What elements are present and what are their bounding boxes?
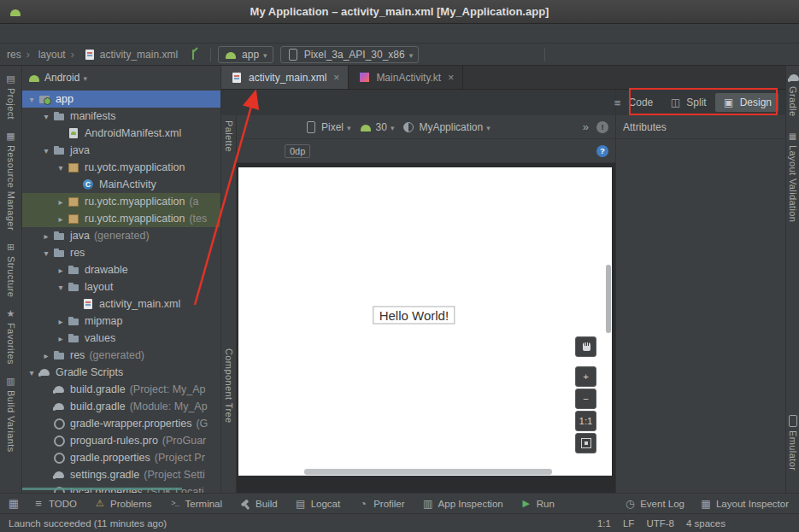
zoom-in-button[interactable]: + <box>575 366 596 387</box>
issues-icon[interactable]: ! <box>596 121 608 133</box>
mode-button[interactable]: Code <box>604 93 661 112</box>
design-canvas[interactable]: Hello World! + − 1:1 <box>237 163 615 493</box>
header-icon[interactable] <box>202 71 215 85</box>
action-icon[interactable] <box>524 48 538 61</box>
tool-window-tab[interactable]: App Inspection <box>422 498 503 510</box>
view-option-icon[interactable] <box>263 144 277 158</box>
tree-item[interactable]: values <box>22 330 220 347</box>
tree-item[interactable]: manifests <box>22 108 220 125</box>
tree-item[interactable]: gradle-wrapper.properties (G <box>22 415 220 432</box>
menu-item[interactable] <box>17 32 29 34</box>
tree-item[interactable]: build.gradle (Module: My_Ap <box>22 398 220 415</box>
line-ending-indicator[interactable]: LF <box>623 518 634 529</box>
view-option-icon[interactable] <box>244 144 257 158</box>
component-tree-label[interactable]: Component Tree <box>224 348 234 424</box>
palette-label[interactable]: Palette <box>224 120 234 152</box>
tree-item[interactable]: AndroidManifest.xml <box>22 125 220 142</box>
expand-arrow-icon[interactable] <box>40 146 52 155</box>
encoding-indicator[interactable]: UTF-8 <box>646 518 674 529</box>
tool-icon[interactable] <box>572 48 585 61</box>
project-view-selector[interactable]: Android <box>44 72 79 84</box>
breadcrumb-item[interactable]: activity_main.xml <box>66 48 178 61</box>
action-icon[interactable] <box>465 48 479 61</box>
default-margins-selector[interactable]: 0dp <box>285 144 310 158</box>
tree-item[interactable]: layout <box>22 278 220 295</box>
menu-item[interactable] <box>113 32 125 34</box>
constraint-icon[interactable] <box>318 144 332 158</box>
tool-window-tab[interactable]: Problems <box>94 498 152 510</box>
tree-item[interactable]: build.gradle (Project: My_Ap <box>22 381 220 398</box>
header-icon[interactable] <box>162 71 176 85</box>
menu-item[interactable] <box>125 32 137 34</box>
tree-item[interactable]: res (generated) <box>22 347 220 364</box>
menu-item[interactable] <box>149 32 161 34</box>
tree-item[interactable]: Gradle Scripts <box>22 364 220 381</box>
help-icon[interactable]: ? <box>596 145 608 157</box>
pan-button[interactable] <box>575 336 596 357</box>
status-icon[interactable] <box>757 517 771 530</box>
tree-item[interactable]: proguard-rules.pro (ProGuar <box>22 432 220 449</box>
tree-horizontal-scrollbar[interactable] <box>22 488 182 490</box>
tool-icon[interactable] <box>591 48 605 61</box>
run-configuration-select[interactable]: app <box>218 46 273 63</box>
hello-world-textview[interactable]: Hello World! <box>373 307 455 324</box>
tree-item[interactable]: ru.yotc.myapplication (a <box>22 193 220 210</box>
attributes-header-icon[interactable] <box>765 120 778 134</box>
design-icon[interactable] <box>283 120 297 134</box>
tool-window-button[interactable]: Layout Validation <box>787 130 799 222</box>
toolbar-right-icon[interactable] <box>778 48 792 61</box>
device-screen[interactable]: Hello World! <box>238 167 612 476</box>
canvas-horizontal-scrollbar[interactable] <box>304 469 552 475</box>
zoom-to-fit-button[interactable] <box>575 433 596 453</box>
header-icon[interactable] <box>182 71 196 85</box>
tool-window-tab[interactable]: Profiler <box>357 498 404 510</box>
expand-arrow-icon[interactable] <box>55 283 67 292</box>
menu-item[interactable] <box>5 32 17 34</box>
tool-window-button[interactable]: Project <box>5 73 17 120</box>
chevron-down-icon[interactable] <box>83 72 87 84</box>
expand-arrow-icon[interactable] <box>55 266 67 275</box>
status-icon[interactable] <box>777 517 790 530</box>
close-icon[interactable]: × <box>448 72 454 84</box>
tool-window-tab[interactable]: Terminal <box>169 498 222 510</box>
tool-window-button[interactable]: Gradle <box>787 71 799 116</box>
tree-item[interactable]: res <box>22 244 220 261</box>
tool-icon[interactable] <box>611 48 625 61</box>
tool-window-tab[interactable]: Event Log <box>624 498 684 510</box>
tree-item[interactable]: java <box>22 142 220 159</box>
tool-window-tab[interactable]: Build <box>239 498 278 510</box>
menu-item[interactable] <box>89 32 101 34</box>
menu-item[interactable] <box>77 32 89 34</box>
tool-window-switcher-icon[interactable] <box>7 497 21 511</box>
attributes-header-icon[interactable] <box>743 120 757 134</box>
menu-item[interactable] <box>53 32 65 34</box>
expand-arrow-icon[interactable] <box>55 163 67 172</box>
tool-window-button[interactable]: Resource Manager <box>5 130 17 231</box>
expand-arrow-icon[interactable] <box>55 197 67 207</box>
expand-arrow-icon[interactable] <box>26 368 38 377</box>
tree-item[interactable]: drawable <box>22 261 220 278</box>
branch-icon[interactable] <box>186 48 200 61</box>
expand-arrow-icon[interactable] <box>55 317 67 326</box>
overflow-icon[interactable]: » <box>583 120 589 133</box>
zoom-reset-button[interactable]: 1:1 <box>575 411 596 431</box>
tool-window-tab[interactable]: Layout Inspector <box>700 498 789 510</box>
constraint-icon[interactable] <box>357 144 371 158</box>
theme-dropdown[interactable]: MyApplication <box>402 120 490 134</box>
expand-arrow-icon[interactable] <box>55 334 67 343</box>
expand-arrow-icon[interactable] <box>40 231 52 241</box>
toolbar-right-icon[interactable] <box>758 48 772 61</box>
action-icon[interactable] <box>426 48 439 61</box>
breadcrumb-item[interactable]: layout <box>21 49 66 61</box>
constraint-icon[interactable] <box>338 144 351 158</box>
tree-item[interactable]: activity_main.xml <box>22 295 220 313</box>
menu-item[interactable] <box>137 32 149 34</box>
tree-item[interactable]: app <box>22 91 220 108</box>
mode-button[interactable]: Design <box>715 93 778 112</box>
indent-indicator[interactable]: 4 spaces <box>686 518 726 529</box>
action-icon[interactable] <box>485 48 498 61</box>
expand-arrow-icon[interactable] <box>40 351 52 360</box>
status-message[interactable]: Launch succeeded (11 minutes ago) <box>9 518 167 529</box>
window-control-icon[interactable] <box>727 5 741 19</box>
expand-arrow-icon[interactable] <box>40 112 52 121</box>
